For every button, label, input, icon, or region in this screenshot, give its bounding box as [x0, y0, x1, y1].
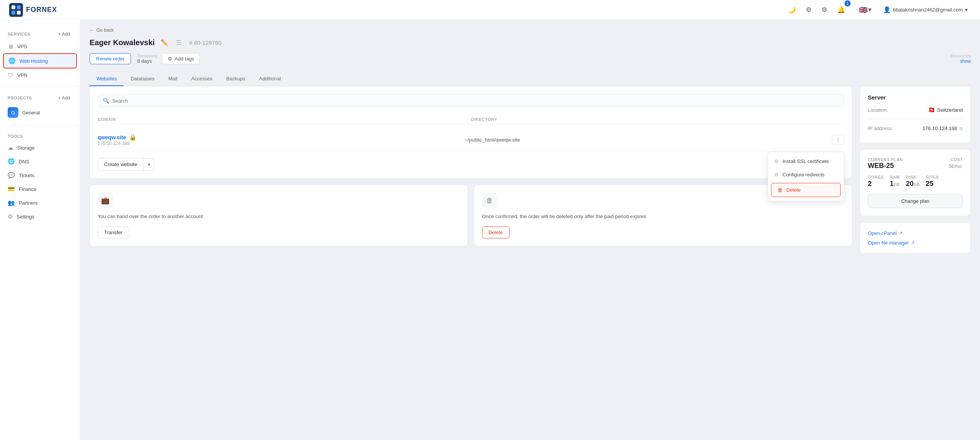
- sidebar-item-finance[interactable]: 💳 Finance: [0, 182, 80, 196]
- search-icon: 🔍: [103, 98, 109, 104]
- sidebar-item-settings[interactable]: ⚙ Settings: [0, 210, 80, 223]
- tab-mail[interactable]: Mail: [161, 72, 184, 86]
- help-button[interactable]: ⚙: [804, 4, 813, 15]
- notification-area: 🔔 1: [836, 4, 851, 15]
- sidebar-item-web-hosting[interactable]: 🌐 Web Hosting: [3, 53, 77, 68]
- ssl-icon: 🔒: [129, 134, 137, 141]
- tab-additional[interactable]: Additional: [252, 72, 288, 86]
- sidebar-item-general[interactable]: G General: [0, 104, 80, 121]
- three-dots-button[interactable]: ⋮: [832, 135, 844, 145]
- ip-label: IP address:: [868, 125, 893, 131]
- configure-redirects-item[interactable]: ⚙ Configure redirects: [768, 168, 844, 181]
- go-back-label: Go back: [96, 28, 114, 33]
- tab-websites[interactable]: Websites: [90, 72, 124, 86]
- settings-button[interactable]: ⚙: [820, 4, 829, 15]
- gear-icon: ⚙: [774, 158, 779, 164]
- notification-button[interactable]: 🔔: [836, 4, 847, 15]
- svg-rect-1: [11, 5, 15, 9]
- tab-accesses[interactable]: Accesses: [184, 72, 219, 86]
- tab-backups[interactable]: Backups: [219, 72, 252, 86]
- services-section-header: SERVICES + Add: [0, 28, 80, 40]
- domain-directory: ~/public_html/qweqw.site: [465, 137, 828, 143]
- user-email: bbalakrishnan2462@gmail.com: [893, 7, 963, 13]
- location-label: Location:: [868, 107, 888, 113]
- server-divider: [868, 119, 963, 119]
- change-plan-button[interactable]: Change plan: [868, 194, 963, 208]
- domain-col-header: DOMAIN: [98, 117, 467, 122]
- add-tags-label: Add tags: [175, 56, 194, 62]
- content-right: Server Location: 🇨🇭 Switzerland IP addre…: [860, 86, 971, 254]
- create-website-button[interactable]: Create website: [98, 158, 144, 171]
- delete-website-item[interactable]: 🗑 Delete: [771, 183, 841, 197]
- sidebar-item-vpn[interactable]: 🛡 VPN: [0, 68, 80, 82]
- server-ip-row: IP address: 176.10.124.168 ⧉: [868, 125, 963, 131]
- header-actions: Renew order Remaining 8 days ⚙ Add tags …: [90, 53, 971, 64]
- theme-toggle-button[interactable]: 🌙: [786, 4, 797, 15]
- topnav-right: 🌙 ⚙ ⚙ 🔔 1 🇬🇧 ▾ 👤 bbalakrishnan2462@gmail…: [786, 4, 971, 16]
- search-row: 🔍: [98, 94, 844, 107]
- spec-disk: DISK 20GB: [906, 174, 920, 188]
- language-selector[interactable]: 🇬🇧 ▾: [858, 4, 873, 16]
- delete-order-card-text: Once confirmed, the order will be delete…: [482, 213, 844, 220]
- plan-cost: 5€/mo.: [949, 162, 963, 170]
- resources-show-link[interactable]: show: [960, 59, 971, 64]
- create-website-row: Create website ▾: [98, 158, 844, 171]
- project-icon: G: [8, 107, 18, 118]
- disk-label: DISK: [906, 175, 916, 179]
- logo-text: FORNEX: [26, 6, 57, 14]
- tabs: Websites Databases Mail Accesses Backups…: [90, 72, 971, 86]
- go-back-link[interactable]: ← Go back: [90, 28, 114, 33]
- tab-databases[interactable]: Databases: [124, 72, 161, 86]
- sidebar-item-partners[interactable]: 👥 Partners: [0, 196, 80, 210]
- open-cpanel-link[interactable]: Open cPanel ↗: [868, 230, 963, 236]
- domain-dropdown-menu: ⚙ Install SSL certificate ⚙ Configure re…: [768, 152, 844, 201]
- tools-label: TOOLS: [8, 134, 23, 139]
- dns-icon: 🌐: [8, 158, 15, 165]
- copy-ip-button[interactable]: ⧉: [959, 126, 963, 131]
- location-value: 🇨🇭 Switzerland: [928, 107, 963, 113]
- add-service-button[interactable]: + Add: [56, 31, 72, 37]
- user-icon: 👤: [883, 6, 891, 13]
- sidebar-item-label: Finance: [19, 186, 36, 192]
- ip-address: 176.10.124.168: [923, 125, 957, 131]
- sidebar-item-dns[interactable]: 🌐 DNS: [0, 155, 80, 168]
- delete-order-icon: 🗑: [482, 193, 497, 208]
- notification-badge: 1: [844, 0, 851, 7]
- back-arrow-icon: ←: [90, 28, 94, 33]
- open-file-manager-link[interactable]: Open file manager ↗: [868, 240, 963, 246]
- finance-icon: 💳: [8, 186, 15, 192]
- create-website-dropdown-button[interactable]: ▾: [144, 158, 154, 171]
- content-row: 🔍 DOMAIN DIRECTORY qweqw.site: [90, 86, 971, 254]
- transfer-icon: 💼: [98, 193, 113, 208]
- add-tags-button[interactable]: ⚙ Add tags: [162, 53, 200, 64]
- domain-row: qweqw.site 🔒 176.10.124.168 ~/public_htm…: [98, 128, 844, 152]
- sidebar-item-label: DNS: [19, 159, 29, 165]
- sidebar-item-label: VPN: [17, 72, 28, 78]
- edit-title-button[interactable]: ✏️: [159, 38, 170, 47]
- sidebar-item-vps[interactable]: 🖥 VPS: [0, 40, 80, 53]
- web-hosting-icon: 🌐: [8, 57, 16, 64]
- chevron-down-icon: ▾: [868, 6, 872, 14]
- directory-path: ~/public_html/qweqw.site: [465, 137, 520, 143]
- add-project-button[interactable]: + Add: [56, 95, 72, 101]
- renew-order-button[interactable]: Renew order: [90, 53, 131, 64]
- top-navigation: FORNEX 🌙 ⚙ ⚙ 🔔 1 🇬🇧 ▾ 👤 bbalakrishnan246…: [0, 0, 980, 20]
- install-ssl-item[interactable]: ⚙ Install SSL certificate: [768, 155, 844, 168]
- domain-actions: ⋮ ⚙ Install SSL certificate ⚙ Configure …: [832, 135, 844, 145]
- sidebar-item-storage[interactable]: ☁ Storage: [0, 141, 80, 155]
- install-ssl-label: Install SSL certificate: [782, 158, 829, 164]
- list-view-button[interactable]: ☰: [175, 38, 183, 47]
- page-title: Eager Kowalevski: [90, 38, 155, 47]
- configure-redirects-label: Configure redirects: [782, 172, 825, 178]
- sidebar-item-tickets[interactable]: 💬 Tickets: [0, 168, 80, 182]
- search-input[interactable]: [112, 98, 839, 104]
- sidebar-item-label: Tickets: [19, 173, 34, 178]
- cost-unit: €/mo.: [951, 164, 963, 169]
- transfer-button[interactable]: Transfer: [98, 227, 129, 238]
- user-menu[interactable]: 👤 bbalakrishnan2462@gmail.com ▾: [880, 5, 971, 15]
- switzerland-flag-icon: 🇨🇭: [928, 107, 935, 113]
- sidebar-divider-2: [0, 126, 80, 126]
- gear-icon-2: ⚙: [774, 172, 779, 178]
- delete-order-button[interactable]: Delete: [482, 227, 510, 238]
- vpn-icon: 🛡: [8, 72, 13, 78]
